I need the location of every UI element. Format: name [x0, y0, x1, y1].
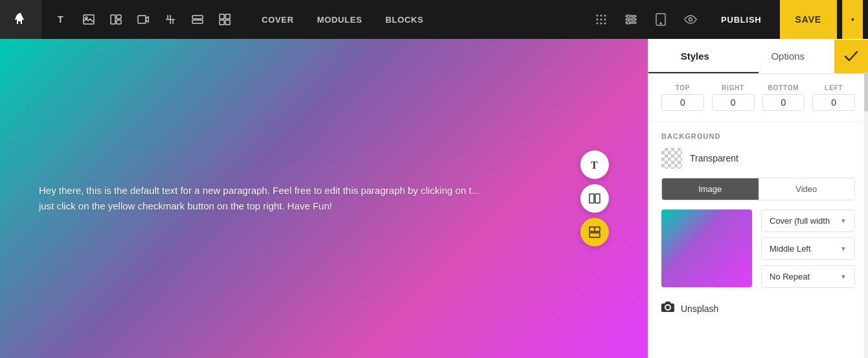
nav-cover[interactable]: COVER [250, 0, 305, 39]
margin-left-input[interactable] [812, 94, 855, 111]
nav-modules[interactable]: MODULES [305, 0, 374, 39]
margin-left-label: LEFT [825, 84, 843, 91]
bg-thumbnail[interactable] [661, 209, 752, 287]
confirm-button[interactable] [834, 40, 868, 73]
form-tool-icon [192, 14, 203, 25]
margin-top-label: TOP [675, 84, 690, 91]
topbar-right: PUBLISH SAVE [589, 0, 868, 39]
bg-position-dropdown[interactable]: Middle Left ▼ [761, 237, 855, 260]
grid-fab[interactable] [580, 218, 609, 246]
bg-repeat-dropdown[interactable]: No Repeat ▼ [761, 265, 855, 288]
svg-rect-32 [589, 194, 594, 203]
svg-point-27 [627, 21, 630, 24]
checkmark-icon [844, 51, 858, 62]
margin-right-field: RIGHT [712, 84, 755, 111]
svg-rect-3 [111, 15, 115, 24]
topbar: T [0, 0, 868, 39]
canvas-fabs: T [580, 150, 609, 246]
top-nav: COVER MODULES BLOCKS [250, 0, 435, 39]
panel-tabs: Styles Options [648, 39, 868, 74]
bg-color-label: Transparent [690, 153, 738, 163]
video-tool[interactable] [131, 7, 155, 32]
unsplash-icon [661, 301, 674, 316]
bg-color-row[interactable]: Transparent [661, 148, 855, 169]
logo[interactable] [0, 0, 41, 39]
background-section: BACKGROUND Transparent Image Video Cover… [648, 122, 868, 331]
bg-repeat-value: No Repeat [770, 272, 810, 281]
svg-point-15 [604, 15, 606, 17]
margin-right-input[interactable] [712, 94, 755, 111]
svg-rect-33 [595, 194, 600, 203]
grid-tool-icon [219, 14, 231, 25]
columns-fab[interactable] [580, 184, 609, 213]
save-button[interactable]: SAVE [780, 0, 837, 39]
tab-video[interactable]: Video [759, 178, 855, 200]
camera-icon [661, 301, 674, 313]
canvas[interactable]: Hey there, this is the default text for … [0, 39, 648, 358]
margin-top-field: TOP [661, 84, 704, 111]
side-panel: Styles Options TOP RIGHT BOTTOM [648, 39, 868, 358]
text-tool[interactable]: T [49, 7, 74, 32]
margin-left-field: LEFT [812, 84, 855, 111]
tab-options[interactable]: Options [742, 39, 835, 73]
chevron-down-icon: ▼ [840, 245, 847, 252]
eye-icon [684, 15, 697, 24]
text-fab[interactable]: T [580, 150, 609, 179]
svg-point-21 [604, 23, 606, 25]
svg-point-13 [597, 15, 599, 17]
svg-text:T: T [591, 160, 598, 171]
bg-size-dropdown[interactable]: Cover (full width ▼ [761, 209, 855, 232]
svg-rect-35 [589, 233, 600, 237]
grid-dots-icon [595, 13, 608, 26]
svg-text:T: T [58, 14, 63, 25]
svg-rect-10 [225, 14, 230, 19]
margin-bottom-input[interactable] [762, 94, 805, 111]
logo-icon [13, 12, 29, 27]
form-tool[interactable] [185, 7, 210, 32]
canvas-text[interactable]: Hey there, this is the default text for … [39, 183, 492, 214]
text-tool-icon: T [56, 14, 67, 25]
margin-bottom-label: BOTTOM [768, 84, 799, 91]
svg-point-30 [689, 18, 692, 21]
svg-point-19 [597, 23, 599, 25]
preview-btn[interactable] [678, 7, 703, 32]
layout-tool[interactable] [158, 7, 183, 32]
save-expand-button[interactable] [842, 0, 863, 39]
layout-tool-icon [165, 14, 176, 25]
scrollbar-track[interactable] [864, 73, 868, 358]
media-type-tabs: Image Video [661, 178, 855, 200]
gallery-tool-icon [110, 14, 122, 25]
tab-image[interactable]: Image [662, 178, 759, 200]
svg-point-20 [600, 23, 602, 25]
bg-position-value: Middle Left [770, 244, 811, 254]
image-tool[interactable] [76, 7, 101, 32]
background-label: BACKGROUND [661, 132, 855, 140]
grid-dots-btn[interactable] [589, 7, 613, 32]
mobile-btn[interactable] [648, 7, 673, 32]
svg-point-26 [632, 18, 635, 21]
svg-point-14 [600, 15, 602, 17]
unsplash-row[interactable]: Unsplash [661, 296, 855, 321]
gallery-tool[interactable] [104, 7, 128, 32]
svg-point-25 [627, 15, 630, 18]
svg-rect-5 [117, 20, 121, 24]
settings-btn[interactable] [619, 7, 643, 32]
grid-tool[interactable] [212, 7, 237, 32]
svg-rect-9 [220, 14, 224, 19]
svg-point-29 [660, 23, 661, 24]
tab-styles[interactable]: Styles [648, 39, 742, 73]
margin-right-label: RIGHT [722, 84, 744, 91]
publish-button[interactable]: PUBLISH [708, 0, 775, 39]
scrollbar-thumb[interactable] [864, 73, 868, 112]
svg-rect-4 [117, 15, 121, 19]
bg-dropdowns: Cover (full width ▼ Middle Left ▼ No Rep… [761, 209, 855, 288]
transparent-swatch[interactable] [661, 148, 682, 169]
main-area: Hey there, this is the default text for … [0, 39, 868, 358]
nav-blocks[interactable]: BLOCKS [374, 0, 435, 39]
bg-options-row: Cover (full width ▼ Middle Left ▼ No Rep… [661, 209, 855, 288]
margin-top-input[interactable] [661, 94, 704, 111]
svg-rect-6 [138, 16, 146, 23]
canvas-content: Hey there, this is the default text for … [39, 183, 492, 214]
margin-bottom-field: BOTTOM [762, 84, 805, 111]
svg-rect-11 [220, 20, 224, 25]
